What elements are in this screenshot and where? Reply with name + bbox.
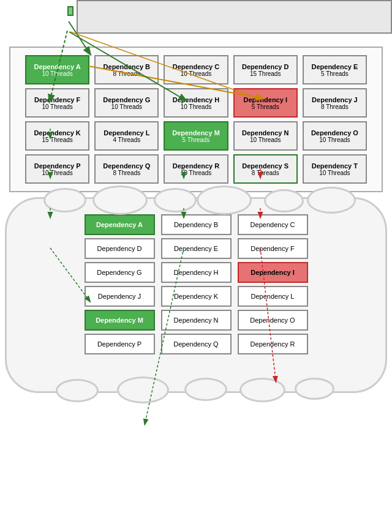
dep-name-label: Dependency M bbox=[172, 129, 220, 137]
dep-threads-label: 10 Threads bbox=[181, 70, 211, 77]
cloud-dep-dependency-j: Dependency J bbox=[85, 286, 155, 307]
cloud-dep-dependency-b: Dependency B bbox=[161, 214, 232, 235]
dep-box-dependency-t: Dependency T10 Threads bbox=[303, 154, 367, 184]
cloud-dep-dependency-o: Dependency O bbox=[238, 310, 308, 331]
dep-name-label: Dependency I bbox=[243, 96, 287, 103]
cloud-dep-dependency-q: Dependency Q bbox=[161, 334, 232, 354]
dep-threads-label: 15 Threads bbox=[42, 137, 72, 143]
grid-rows: Dependency A10 ThreadsDependency B8 Thre… bbox=[13, 55, 379, 184]
cloud-dep-dependency-p: Dependency P bbox=[85, 334, 155, 354]
cloud-bump-5 bbox=[264, 189, 304, 212]
cloud-dep-dependency-r: Dependency R bbox=[238, 334, 308, 354]
dep-name-label: Dependency O bbox=[311, 129, 358, 137]
dep-name-label: Dependency J bbox=[312, 96, 358, 103]
dep-box-dependency-h: Dependency H10 Threads bbox=[164, 88, 228, 118]
cloud-dep-dependency-m: Dependency M bbox=[85, 310, 155, 331]
dep-threads-label: 10 Threads bbox=[319, 137, 350, 143]
dep-name-label: Dependency K bbox=[34, 129, 80, 137]
dep-threads-label: 10 Threads bbox=[181, 103, 211, 110]
dep-box-dependency-r: Dependency R10 Threads bbox=[164, 154, 228, 184]
dep-row-3: Dependency P10 ThreadsDependency Q8 Thre… bbox=[13, 154, 379, 184]
dependency-grid: Dependency A10 ThreadsDependency B8 Thre… bbox=[9, 47, 383, 192]
dep-box-dependency-m: Dependency M5 Threads bbox=[164, 121, 228, 151]
dep-name-label: Dependency T bbox=[312, 162, 358, 170]
dep-name-label: Dependency F bbox=[34, 96, 80, 103]
dep-box-dependency-j: Dependency J8 Threads bbox=[303, 88, 367, 118]
dep-threads-label: 5 Threads bbox=[183, 137, 210, 143]
cloud-bump-1 bbox=[43, 188, 86, 212]
dep-name-label: Dependency G bbox=[103, 96, 150, 103]
cloud-row-1: Dependency DDependency EDependency F bbox=[16, 238, 376, 259]
dep-box-dependency-l: Dependency L4 Threads bbox=[94, 121, 159, 151]
dep-name-label: Dependency N bbox=[242, 129, 288, 137]
dep-box-dependency-f: Dependency F10 Threads bbox=[25, 88, 89, 118]
cloud-dep-dependency-l: Dependency L bbox=[238, 286, 308, 307]
cloud-row-3: Dependency JDependency KDependency L bbox=[16, 286, 376, 307]
middleware-box bbox=[77, 0, 392, 34]
dep-box-dependency-o: Dependency O10 Threads bbox=[303, 121, 367, 151]
cloud-bump-4 bbox=[197, 185, 252, 215]
user-request-label bbox=[67, 6, 74, 16]
dep-threads-label: 10 Threads bbox=[111, 103, 142, 110]
cloud-dep-dependency-k: Dependency K bbox=[161, 286, 232, 307]
dep-threads-label: 10 Threads bbox=[42, 170, 72, 176]
dep-name-label: Dependency A bbox=[34, 63, 81, 70]
dep-threads-label: 10 Threads bbox=[250, 137, 281, 143]
dep-name-label: Dependency R bbox=[173, 162, 219, 170]
cloud-bump-3 bbox=[154, 188, 197, 212]
dep-name-label: Dependency L bbox=[104, 129, 149, 137]
cloud-bump-2 bbox=[92, 185, 148, 215]
cloud-bump-11 bbox=[295, 378, 334, 400]
dep-box-dependency-p: Dependency P10 Threads bbox=[25, 154, 89, 184]
cloud-bump-8 bbox=[117, 377, 169, 403]
dep-box-dependency-i: Dependency I5 Threads bbox=[233, 88, 298, 118]
dep-box-dependency-a: Dependency A10 Threads bbox=[25, 55, 89, 84]
dep-threads-label: 15 Threads bbox=[250, 70, 281, 77]
dep-threads-label: 5 Threads bbox=[252, 103, 279, 110]
dep-box-dependency-q: Dependency Q8 Threads bbox=[94, 154, 159, 184]
cloud-dep-dependency-c: Dependency C bbox=[238, 214, 308, 235]
cloud-row-0: Dependency ADependency BDependency C bbox=[16, 214, 376, 235]
dep-row-2: Dependency K15 ThreadsDependency L4 Thre… bbox=[13, 121, 379, 151]
cloud-dep-dependency-f: Dependency F bbox=[238, 238, 308, 259]
dep-box-dependency-b: Dependency B8 Threads bbox=[94, 55, 159, 84]
dep-threads-label: 8 Threads bbox=[113, 170, 140, 176]
dep-box-dependency-c: Dependency C10 Threads bbox=[164, 55, 228, 84]
cloud-bump-6 bbox=[307, 187, 356, 214]
dep-name-label: Dependency C bbox=[173, 63, 219, 70]
dep-threads-label: 10 Threads bbox=[42, 103, 72, 110]
cloud-bump-7 bbox=[56, 379, 99, 402]
cloud-dep-dependency-a: Dependency A bbox=[85, 214, 155, 235]
cloud-dep-dependency-d: Dependency D bbox=[85, 238, 155, 259]
dep-threads-label: 10 Threads bbox=[181, 170, 211, 176]
cloud-dep-dependency-h: Dependency H bbox=[161, 262, 232, 283]
dep-row-0: Dependency A10 ThreadsDependency B8 Thre… bbox=[13, 55, 379, 84]
dep-threads-label: 8 Threads bbox=[113, 70, 140, 77]
dep-threads-label: 8 Threads bbox=[321, 103, 349, 110]
dep-name-label: Dependency D bbox=[242, 63, 288, 70]
dep-threads-label: 10 Threads bbox=[42, 70, 72, 77]
cloud-row-5: Dependency PDependency QDependency R bbox=[16, 334, 376, 354]
dep-box-dependency-e: Dependency E5 Threads bbox=[303, 55, 367, 84]
dep-box-dependency-s: Dependency S8 Threads bbox=[233, 154, 298, 184]
cloud-section: Dependency ADependency BDependency CDepe… bbox=[5, 197, 387, 393]
cloud-dep-dependency-e: Dependency E bbox=[161, 238, 232, 259]
dep-box-dependency-g: Dependency G10 Threads bbox=[94, 88, 159, 118]
cloud-rows: Dependency ADependency BDependency CDepe… bbox=[16, 214, 376, 354]
cloud-dep-dependency-n: Dependency N bbox=[161, 310, 232, 331]
dep-name-label: Dependency Q bbox=[103, 162, 150, 170]
dep-name-label: Dependency H bbox=[173, 96, 219, 103]
dep-threads-label: 8 Threads bbox=[252, 170, 279, 176]
cloud-row-2: Dependency GDependency HDependency I bbox=[16, 262, 376, 283]
dep-name-label: Dependency P bbox=[34, 162, 81, 170]
dep-name-label: Dependency S bbox=[242, 162, 288, 170]
dep-threads-label: 10 Threads bbox=[319, 170, 350, 176]
cloud-dep-dependency-i: Dependency I bbox=[238, 262, 308, 283]
user-request-area bbox=[9, 0, 392, 43]
dep-threads-label: 4 Threads bbox=[113, 137, 140, 143]
cloud-dep-dependency-g: Dependency G bbox=[85, 262, 155, 283]
dep-box-dependency-n: Dependency N10 Threads bbox=[233, 121, 298, 151]
dep-name-label: Dependency E bbox=[312, 63, 358, 70]
cloud-row-4: Dependency MDependency NDependency O bbox=[16, 310, 376, 331]
dep-threads-label: 5 Threads bbox=[321, 70, 349, 77]
